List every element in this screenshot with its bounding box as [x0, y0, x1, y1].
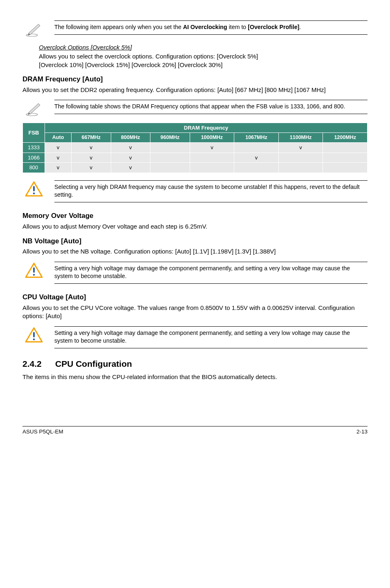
table-row: 1066 v v v v [23, 153, 368, 163]
section-title: CPU Configuration [55, 359, 132, 368]
dram-frequency-heading: DRAM Frequency [Auto] [22, 75, 368, 84]
td-cell [150, 153, 190, 163]
td-cell [150, 163, 190, 173]
table-row: 1333 v v v v v [23, 143, 368, 153]
warning-cpu-voltage: Setting a very high voltage may damage t… [22, 326, 368, 348]
td-cell: v [234, 153, 279, 163]
td-fsb: 800 [23, 163, 45, 173]
svg-point-3 [26, 113, 38, 116]
warning-icon [22, 180, 45, 198]
svg-rect-10 [33, 267, 35, 273]
memory-over-voltage-body: Allows you to adjust Memory Over voltage… [22, 222, 368, 231]
note-bold1: AI Overclocking [183, 24, 227, 30]
memory-over-voltage-heading: Memory Over Voltage [22, 211, 368, 221]
warning-text: Selecting a very high DRAM frequency may… [54, 180, 368, 202]
footer-right: 2-13 [356, 428, 368, 435]
note-dram-table: The following table shows the DRAM Frequ… [22, 100, 368, 118]
svg-point-14 [33, 338, 35, 340]
td-cell [190, 153, 234, 163]
svg-point-8 [33, 193, 35, 195]
td-cell: v [72, 143, 111, 153]
note-mid: item to [227, 24, 248, 30]
th-col: 1067MHz [234, 133, 279, 143]
th-col: 667MHz [72, 133, 111, 143]
overclock-line2: [Overclock 10%] [Overclock 15%] [Overclo… [39, 61, 368, 69]
td-cell: v [72, 153, 111, 163]
dram-frequency-body: Allows you to set the DDR2 operating fre… [22, 86, 368, 94]
td-cell: v [45, 143, 72, 153]
td-cell: v [45, 163, 72, 173]
nb-voltage-body: Allows you to set the NB voltage. Config… [22, 247, 368, 256]
td-cell [323, 143, 368, 153]
overclock-options-heading: Overclock Options [Overclock 5%] [39, 43, 368, 52]
overclock-line1: Allows you to select the overclock optio… [39, 52, 368, 61]
warning-text: Setting a very high voltage may damage t… [54, 262, 368, 284]
td-cell [234, 143, 279, 153]
td-cell: v [45, 153, 72, 163]
td-cell [234, 163, 279, 173]
section-number: 2.4.2 [22, 358, 55, 370]
note-prefix: The following item appears only when you… [54, 24, 183, 30]
note-suffix: . [299, 24, 301, 30]
page-footer: ASUS P5QL-EM 2-13 [22, 426, 368, 435]
td-cell: v [190, 143, 234, 153]
overclock-options-body: Allows you to select the overclock optio… [39, 52, 368, 69]
th-col: 800MHz [111, 133, 150, 143]
cpu-voltage-heading: CPU Voltage [Auto] [22, 293, 368, 302]
td-cell [323, 153, 368, 163]
td-cell: v [72, 163, 111, 173]
th-col: 960MHz [150, 133, 190, 143]
warning-icon [22, 326, 45, 344]
svg-rect-7 [33, 186, 35, 191]
warning-icon [22, 262, 45, 280]
warning-text: Setting a very high voltage may damage t… [54, 326, 368, 348]
svg-point-11 [33, 274, 35, 276]
footer-left: ASUS P5QL-EM [22, 428, 63, 435]
pencil-icon [22, 100, 45, 118]
th-fsb: FSB [23, 123, 45, 142]
cpu-voltage-body: Allows you to set the CPU VCore voltage.… [22, 304, 368, 321]
nb-voltage-heading: NB Voltage [Auto] [22, 237, 368, 246]
td-cell [150, 143, 190, 153]
warning-nb-voltage: Setting a very high voltage may damage t… [22, 262, 368, 284]
note-bold2: [Overclock Profile] [248, 24, 299, 30]
svg-marker-1 [29, 24, 40, 35]
note-overclock-profile: The following item appears only when you… [22, 20, 368, 38]
svg-point-0 [26, 34, 38, 36]
td-cell: v [111, 143, 150, 153]
cpu-configuration-body: The items in this menu show the CPU-rela… [22, 373, 368, 381]
td-cell [278, 163, 323, 173]
th-col: 1200MHz [323, 133, 368, 143]
note-text: The following item appears only when you… [54, 20, 368, 35]
td-cell: v [111, 163, 150, 173]
dram-frequency-table: FSB DRAM Frequency Auto 667MHz 800MHz 96… [22, 123, 368, 173]
cpu-configuration-heading: 2.4.2CPU Configuration [22, 358, 368, 370]
td-cell [278, 153, 323, 163]
pencil-icon [22, 20, 45, 38]
th-col: Auto [45, 133, 72, 143]
td-cell: v [278, 143, 323, 153]
th-col: 1100MHz [278, 133, 323, 143]
th-dram: DRAM Frequency [45, 123, 368, 133]
td-fsb: 1333 [23, 143, 45, 153]
td-cell [190, 163, 234, 173]
td-cell [323, 163, 368, 173]
table-row: 800 v v v [23, 163, 368, 173]
note-text: The following table shows the DRAM Frequ… [54, 100, 368, 114]
warning-dram-unstable: Selecting a very high DRAM frequency may… [22, 180, 368, 202]
th-col: 1000MHz [190, 133, 234, 143]
td-cell: v [111, 153, 150, 163]
svg-marker-4 [29, 103, 40, 114]
svg-rect-13 [33, 332, 35, 337]
td-fsb: 1066 [23, 153, 45, 163]
